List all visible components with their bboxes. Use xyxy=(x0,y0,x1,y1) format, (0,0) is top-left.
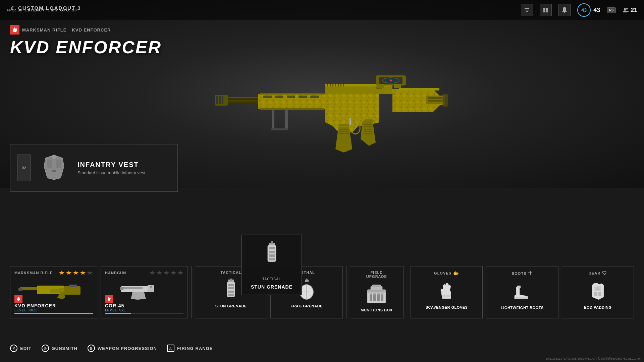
gunsmith-button[interactable]: ◎ GUNSMITH xyxy=(42,345,77,352)
firing-range-button[interactable]: △ FIRING RANGE xyxy=(167,345,213,352)
secondary-level-fill xyxy=(105,313,131,314)
firing-range-icon: △ xyxy=(167,345,174,352)
field-upgrade-header: FIELDUPGRADE xyxy=(366,270,387,279)
svg-point-75 xyxy=(150,286,152,288)
boots-svg xyxy=(511,281,533,302)
lethal-name: FRAG GRENADE xyxy=(290,304,322,308)
sec-star-1 xyxy=(149,270,155,275)
svg-rect-48 xyxy=(338,84,339,86)
svg-rect-7 xyxy=(564,12,565,13)
gloves-header: GLOVES 🫱 xyxy=(434,270,459,276)
svg-rect-0 xyxy=(525,8,529,9)
hud-bar: FPS: 30 LATENCY: 0 MS GPU: 53° xyxy=(0,0,644,20)
svg-point-8 xyxy=(624,8,626,10)
gloves-name: SCAVENGER GLOVES xyxy=(426,305,468,309)
back-button[interactable]: CUSTOM LOADOUT 3 xyxy=(10,5,81,11)
vest-name: INFANTRY VEST xyxy=(77,161,147,169)
svg-rect-119 xyxy=(269,258,275,260)
primary-fire-badge xyxy=(14,295,22,303)
svg-point-102 xyxy=(377,293,380,295)
sec-star-4 xyxy=(170,270,176,275)
loadout-panels: MARKSMAN RIFLE xyxy=(10,266,634,318)
vest-side-button[interactable]: R2 xyxy=(17,155,31,181)
bell-button[interactable] xyxy=(558,4,571,16)
sec-star-2 xyxy=(156,270,162,275)
field-upgrade-slot[interactable]: FIELDUPGRADE MUNITIONS BOX xyxy=(350,266,404,318)
weapon-progression-button[interactable]: ⊟ WEAPON PROGRESSION xyxy=(88,345,157,352)
svg-rect-46 xyxy=(332,84,333,86)
primary-level-fill xyxy=(14,313,93,314)
svg-rect-95 xyxy=(372,285,381,287)
svg-rect-44 xyxy=(327,84,328,86)
svg-rect-19 xyxy=(222,96,223,104)
svg-rect-35 xyxy=(364,131,372,132)
gunsmith-icon: ◎ xyxy=(42,345,49,352)
svg-rect-27 xyxy=(260,108,324,110)
svg-rect-50 xyxy=(343,84,344,86)
field-upgrade-icon xyxy=(365,282,388,305)
gloves-slot[interactable]: GLOVES 🫱 SCAVENGER GLOVES xyxy=(411,266,483,318)
gunsmith-label: GUNSMITH xyxy=(52,346,77,351)
tooltip-grenade-svg xyxy=(263,241,281,266)
svg-rect-2 xyxy=(526,11,528,12)
secondary-weapon-slot[interactable]: HANDGUN COR- xyxy=(101,266,188,318)
svg-rect-31 xyxy=(350,118,351,125)
svg-rect-74 xyxy=(120,287,123,290)
action-bar: ✕ EDIT ◎ GUNSMITH ⊟ WEAPON PROGRESSION △… xyxy=(10,345,213,352)
star-4 xyxy=(80,270,86,275)
tactical-icon xyxy=(219,278,243,301)
gear-slot[interactable]: GEAR 🛡 EOD PADDING xyxy=(562,266,634,318)
filter-button[interactable] xyxy=(521,4,533,16)
svg-rect-34 xyxy=(364,129,372,130)
tooltip-grenade-icon xyxy=(262,240,282,267)
gloves-hint-icon: 🫱 xyxy=(453,270,459,276)
svg-rect-68 xyxy=(64,286,80,295)
star-2 xyxy=(66,270,72,275)
svg-point-100 xyxy=(370,293,372,295)
players-icon xyxy=(623,7,629,13)
svg-point-9 xyxy=(626,8,628,10)
vest-info: INFANTRY VEST Standard issue mobile infa… xyxy=(77,161,147,175)
primary-level-bar xyxy=(14,313,93,314)
svg-rect-39 xyxy=(338,126,349,127)
gloves-label: GLOVES xyxy=(434,271,451,275)
primary-weapon-slot[interactable]: MARKSMAN RIFLE xyxy=(10,266,97,318)
svg-rect-108 xyxy=(517,286,521,288)
svg-point-101 xyxy=(373,293,376,295)
svg-rect-114 xyxy=(271,241,273,244)
breadcrumb-type: MARKSMAN RIFLE xyxy=(22,27,66,33)
vest-description: Standard issue mobile infantry vest. xyxy=(77,170,147,175)
level-circle: 43 xyxy=(577,3,591,17)
primary-slot-header: MARKSMAN RIFLE xyxy=(14,270,93,275)
svg-rect-62 xyxy=(47,160,52,168)
gear-header: GEAR 🛡 xyxy=(588,270,607,276)
star-1 xyxy=(59,270,65,275)
svg-rect-47 xyxy=(335,84,336,86)
svg-rect-117 xyxy=(269,251,275,253)
vest-btn-label: R2 xyxy=(22,166,26,170)
svg-rect-3 xyxy=(543,8,545,10)
edit-button[interactable]: ✕ EDIT xyxy=(10,345,32,352)
svg-rect-29 xyxy=(285,110,288,130)
svg-rect-4 xyxy=(546,8,548,10)
svg-rect-59 xyxy=(428,100,444,102)
svg-rect-42 xyxy=(339,133,349,134)
gear-hint-icon: 🛡 xyxy=(602,270,607,276)
svg-rect-80 xyxy=(228,287,234,289)
svg-rect-5 xyxy=(543,10,545,12)
svg-rect-30 xyxy=(271,128,288,130)
secondary-weapon-image xyxy=(105,278,183,301)
hud-right: 43 43 R3 21 xyxy=(521,3,637,17)
svg-rect-84 xyxy=(306,279,308,280)
field-upgrade-label: FIELDUPGRADE xyxy=(366,270,387,279)
field-upgrade-name: MUNITIONS BOX xyxy=(361,308,392,312)
svg-rect-45 xyxy=(330,84,331,86)
star-5 xyxy=(87,270,93,275)
boots-slot[interactable]: BOOTS LIGHTWEIGHT BOOTS xyxy=(486,266,558,318)
secondary-level: LEVEL 7/21 xyxy=(105,308,183,312)
debug-info: 10.1.16521972 [43:205:10124+11.A] T [720… xyxy=(545,357,641,360)
grid-button[interactable] xyxy=(540,4,552,16)
svg-rect-111 xyxy=(598,292,601,296)
stun-grenade-tooltip: TACTICAL STUN GRENADE xyxy=(241,235,302,295)
svg-rect-70 xyxy=(18,288,22,291)
